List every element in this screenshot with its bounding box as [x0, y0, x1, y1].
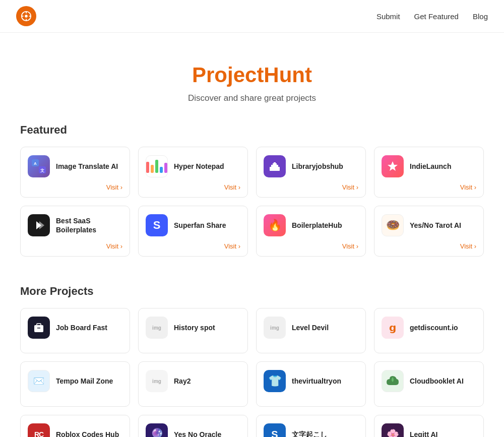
card-top: img Ray2	[146, 370, 240, 392]
visit-libraryjobshub[interactable]: Visit	[264, 183, 358, 191]
visit-boilerplatehub[interactable]: Visit	[264, 242, 358, 250]
card-icon-tempomailzone: ✉️	[28, 370, 50, 392]
card-cloudbooklet[interactable]: Cloudbooklet AI	[374, 361, 484, 407]
svg-text:A: A	[34, 161, 37, 166]
svg-text:文: 文	[40, 168, 44, 173]
card-boilerplatehub[interactable]: 🔥 BoilerplateHub Visit	[256, 206, 366, 257]
card-icon-boilerplatehub: 🔥	[264, 214, 286, 236]
card-icon-moji: S	[264, 423, 286, 437]
card-icon-image-translate: A 文	[28, 155, 50, 177]
card-name-yesnooracle: Yes No Oracle	[174, 430, 221, 437]
card-tempomailzone[interactable]: ✉️ Tempo Mail Zone	[20, 361, 130, 407]
card-top: RC Roblox Codes Hub	[28, 423, 122, 437]
card-top: 🔥 BoilerplateHub	[264, 214, 358, 236]
card-icon-leveldevil: img	[264, 317, 286, 339]
card-top: IndieLaunch	[382, 155, 476, 177]
card-robloxcodes[interactable]: RC Roblox Codes Hub	[20, 415, 130, 437]
svg-rect-13	[274, 162, 276, 164]
card-name-boilerplatehub: BoilerplateHub	[292, 221, 342, 230]
historyspot-placeholder: img	[152, 325, 161, 331]
card-name-jobboardfast: Job Board Fast	[56, 323, 107, 332]
card-name-hyper-notepad: Hyper Notepad	[174, 162, 224, 171]
visit-hyper-notepad[interactable]: Visit	[146, 183, 240, 191]
more-row-1: Job Board Fast img History spot img Leve…	[20, 308, 484, 353]
nav-get-featured[interactable]: Get Featured	[414, 12, 459, 21]
logo-icon	[21, 11, 32, 22]
visit-image-translate[interactable]: Visit	[28, 183, 122, 191]
visit-superfan[interactable]: Visit	[146, 242, 240, 250]
card-top: 🌸 Legitt AI	[382, 423, 476, 437]
yesnotarot-icon-emoji: 🍩	[386, 219, 400, 232]
card-hyper-notepad[interactable]: Hyper Notepad Visit	[138, 147, 248, 198]
visit-yesnotarot[interactable]: Visit	[382, 242, 476, 250]
nav-links: Submit Get Featured Blog	[376, 12, 488, 21]
card-jobboardfast[interactable]: Job Board Fast	[20, 308, 130, 353]
card-icon-ray2: img	[146, 370, 168, 392]
card-icon-libraryjobshub	[264, 155, 286, 177]
superfan-s: S	[153, 219, 161, 232]
card-icon-bestsaas	[28, 214, 50, 236]
more-section: More Projects Job Board Fast img	[10, 285, 494, 437]
card-name-yesnotarot: Yes/No Tarot AI	[410, 221, 461, 230]
featured-row-2: Best SaaS Boilerplates Visit S Superfan …	[20, 206, 484, 257]
svg-point-1	[25, 15, 28, 18]
card-top: img History spot	[146, 317, 240, 339]
card-name-superfan: Superfan Share	[174, 221, 226, 230]
card-name-tempomailzone: Tempo Mail Zone	[56, 377, 113, 386]
card-image-translate[interactable]: A 文 Image Translate AI Visit	[20, 147, 130, 198]
card-moji[interactable]: S 文字起こし	[256, 415, 366, 437]
nav-blog[interactable]: Blog	[473, 12, 488, 21]
card-top: A 文 Image Translate AI	[28, 155, 122, 177]
card-name-leveldevil: Level Devil	[292, 323, 329, 332]
svg-marker-15	[39, 221, 44, 229]
card-top: img Level Devil	[264, 317, 358, 339]
card-name-bestsaas: Best SaaS Boilerplates	[56, 216, 122, 234]
card-libraryjobshub[interactable]: Libraryjobshub Visit	[256, 147, 366, 198]
legittai-icon-emoji: 🌸	[387, 428, 399, 437]
hyper-bars	[146, 158, 168, 175]
card-getdiscount[interactable]: 𝗴 getdiscount.io	[374, 308, 484, 353]
card-top: 👕 thevirtualtryon	[264, 370, 358, 392]
card-top: Best SaaS Boilerplates	[28, 214, 122, 236]
card-icon-historyspot: img	[146, 317, 168, 339]
more-row-3: RC Roblox Codes Hub 🔮 Yes No Oracle S 文字…	[20, 415, 484, 437]
card-yesnotarot[interactable]: 🍩 Yes/No Tarot AI Visit	[374, 206, 484, 257]
card-ray2[interactable]: img Ray2	[138, 361, 248, 407]
nav-submit[interactable]: Submit	[376, 12, 400, 21]
card-historyspot[interactable]: img History spot	[138, 308, 248, 353]
leveldevil-placeholder: img	[270, 325, 279, 331]
visit-indielaunch[interactable]: Visit	[382, 183, 476, 191]
yesnooracle-icon-emoji: 🔮	[150, 428, 164, 437]
card-name-cloudbooklet: Cloudbooklet AI	[410, 377, 464, 386]
card-yesnooracle[interactable]: 🔮 Yes No Oracle	[138, 415, 248, 437]
card-top: S 文字起こし	[264, 423, 358, 437]
card-top: Libraryjobshub	[264, 155, 358, 177]
card-thevirtualtryon[interactable]: 👕 thevirtualtryon	[256, 361, 366, 407]
hero-subtitle: Discover and share great projects	[10, 93, 494, 103]
card-icon-cloudbooklet	[382, 370, 404, 392]
card-bestsaas[interactable]: Best SaaS Boilerplates Visit	[20, 206, 130, 257]
card-icon-yesnooracle: 🔮	[146, 423, 168, 437]
more-row-2: ✉️ Tempo Mail Zone img Ray2 👕 thevirtual…	[20, 361, 484, 407]
card-icon-superfan: S	[146, 214, 168, 236]
more-title: More Projects	[20, 285, 484, 298]
card-superfan[interactable]: S Superfan Share Visit	[138, 206, 248, 257]
card-icon-thevirtualtryon: 👕	[264, 370, 286, 392]
site-logo[interactable]	[16, 6, 36, 26]
getdiscount-g: 𝗴	[389, 322, 396, 334]
card-indielaunch[interactable]: IndieLaunch Visit	[374, 147, 484, 198]
tempomailzone-icon-emoji: ✉️	[33, 376, 44, 387]
card-icon-hyper-notepad	[146, 155, 168, 177]
card-name-robloxcodes: Roblox Codes Hub	[56, 430, 119, 437]
card-icon-yesnotarot: 🍩	[382, 214, 404, 236]
card-top: Cloudbooklet AI	[382, 370, 476, 392]
card-name-getdiscount: getdiscount.io	[410, 323, 458, 332]
featured-title: Featured	[20, 123, 484, 137]
card-legittai[interactable]: 🌸 Legitt AI	[374, 415, 484, 437]
card-top: ✉️ Tempo Mail Zone	[28, 370, 122, 392]
card-icon-jobboardfast	[28, 317, 50, 339]
svg-rect-18	[37, 328, 40, 329]
visit-bestsaas[interactable]: Visit	[28, 242, 122, 250]
card-leveldevil[interactable]: img Level Devil	[256, 308, 366, 353]
moji-s: S	[271, 429, 278, 438]
